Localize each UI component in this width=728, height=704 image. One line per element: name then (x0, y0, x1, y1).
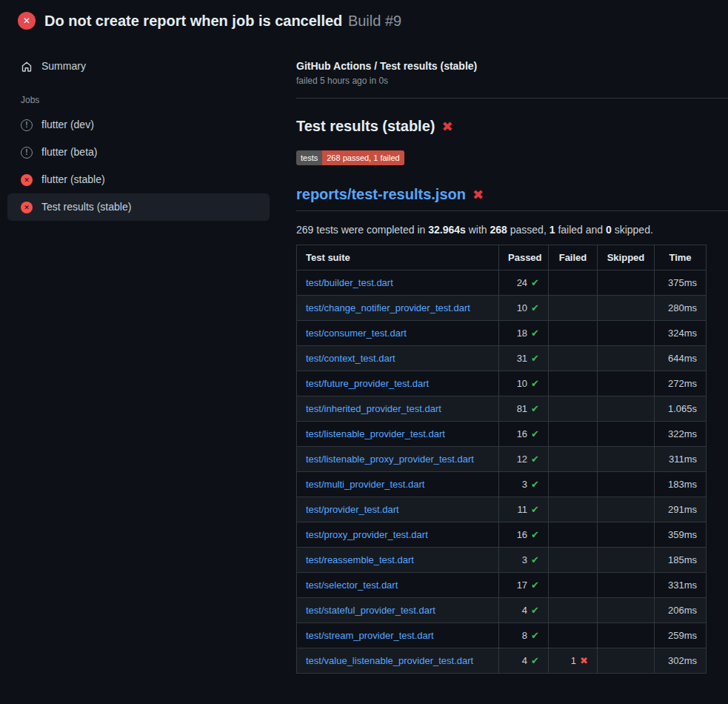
exclamation-circle-icon: ! (21, 119, 33, 131)
failed-cell (549, 371, 598, 396)
skipped-cell (598, 396, 655, 422)
table-row: test/future_provider_test.dart10✔272ms (297, 371, 707, 396)
table-row: test/stateful_provider_test.dart4✔206ms (297, 598, 707, 623)
sidebar-item-job-4[interactable]: ✕Test results (stable) (7, 193, 270, 221)
test-suite-link[interactable]: test/context_test.dart (306, 353, 395, 364)
passed-cell-count: 10 (517, 302, 527, 313)
summary-label: Summary (41, 60, 86, 73)
report-link[interactable]: reports/test-results.json (296, 186, 466, 203)
time-cell: 183ms (655, 472, 707, 497)
report-heading: reports/test-results.json ✖ (296, 186, 728, 211)
suite-cell: test/context_test.dart (297, 346, 499, 371)
check-icon: ✔ (531, 630, 539, 641)
breadcrumb: GitHub Actions / Test results (stable) (296, 60, 728, 72)
test-suite-link[interactable]: test/stream_provider_test.dart (306, 630, 434, 641)
passed-cell: 16✔ (499, 522, 549, 548)
time-cell: 272ms (655, 371, 707, 396)
tests-badge: tests 268 passed, 1 failed (296, 150, 404, 165)
passed-cell: 3✔ (499, 548, 549, 573)
check-icon: ✔ (531, 428, 539, 439)
passed-cell-count: 16 (517, 428, 527, 439)
sidebar-item-job-3[interactable]: ✕flutter (stable) (7, 166, 270, 193)
passed-cell-count: 8 (522, 630, 527, 641)
section-heading-text: Test results (stable) (296, 118, 435, 135)
test-suite-link[interactable]: test/future_provider_test.dart (306, 378, 429, 389)
column-header-time: Time (655, 245, 707, 270)
table-row: test/listenable_provider_test.dart16✔322… (297, 422, 707, 447)
passed-cell: 31✔ (499, 346, 549, 371)
suite-cell: test/listenable_proxy_provider_test.dart (297, 447, 499, 472)
passed-cell-count: 3 (522, 479, 527, 490)
summary-duration: 32.964s (428, 224, 466, 236)
passed-cell-count: 3 (522, 554, 527, 565)
check-icon: ✔ (531, 605, 539, 616)
failed-cell (549, 396, 598, 422)
check-icon: ✔ (531, 529, 539, 540)
failed-cell (549, 321, 598, 346)
passed-cell: 8✔ (499, 623, 549, 648)
summary-failed-count: 1 (550, 224, 555, 236)
test-suite-link[interactable]: test/inherited_provider_test.dart (306, 403, 441, 414)
table-row: test/listenable_proxy_provider_test.dart… (297, 447, 707, 472)
test-suite-link[interactable]: test/reassemble_test.dart (306, 554, 414, 565)
test-suite-link[interactable]: test/multi_provider_test.dart (306, 479, 424, 490)
check-icon: ✔ (531, 479, 539, 490)
x-circle-fill-icon: ✕ (18, 12, 36, 30)
passed-cell: 3✔ (499, 472, 549, 497)
check-icon: ✔ (531, 378, 539, 389)
skipped-cell (598, 422, 655, 447)
failed-cell (549, 598, 598, 623)
skipped-cell (598, 296, 655, 321)
skipped-cell (598, 497, 655, 522)
results-table-body: test/builder_test.dart24✔375mstest/chang… (297, 270, 707, 674)
test-suite-link[interactable]: test/change_notifier_provider_test.dart (306, 302, 470, 313)
jobs-list: !flutter (dev)!flutter (beta)✕flutter (s… (7, 111, 270, 221)
test-suite-link[interactable]: test/stateful_provider_test.dart (306, 605, 435, 616)
suite-cell: test/listenable_provider_test.dart (297, 422, 499, 447)
header-divider (296, 98, 728, 99)
failed-cross-icon: ✖ (441, 120, 453, 133)
sidebar-item-job-2[interactable]: !flutter (beta) (7, 139, 270, 166)
failed-cell (549, 548, 598, 573)
test-suite-link[interactable]: test/consumer_test.dart (306, 328, 407, 339)
suite-cell: test/proxy_provider_test.dart (297, 522, 499, 548)
table-row: test/reassemble_test.dart3✔185ms (297, 548, 707, 573)
failed-cell (549, 472, 598, 497)
passed-cell-count: 4 (522, 605, 527, 616)
check-icon: ✔ (531, 454, 539, 465)
failed-cell (549, 623, 598, 648)
test-suite-link[interactable]: test/value_listenable_provider_test.dart (306, 655, 473, 666)
test-suite-link[interactable]: test/selector_test.dart (306, 580, 398, 591)
sidebar-item-summary[interactable]: Summary (7, 53, 270, 80)
sidebar-item-job-1[interactable]: !flutter (dev) (7, 111, 270, 139)
passed-cell: 11✔ (499, 497, 549, 522)
time-cell: 280ms (655, 296, 707, 321)
skipped-cell (598, 447, 655, 472)
failed-cell (549, 497, 598, 522)
test-suite-link[interactable]: test/provider_test.dart (306, 504, 399, 515)
skipped-cell (598, 270, 655, 296)
passed-cell-count: 10 (517, 378, 527, 389)
check-title: Do not create report when job is cancell… (44, 13, 342, 29)
time-cell: 185ms (655, 548, 707, 573)
check-icon: ✔ (531, 554, 539, 565)
passed-cell: 16✔ (499, 422, 549, 447)
test-suite-link[interactable]: test/listenable_proxy_provider_test.dart (306, 454, 474, 465)
test-suite-link[interactable]: test/builder_test.dart (306, 277, 393, 288)
page-title: Do not create report when job is cancell… (44, 11, 401, 30)
summary-text-1: 269 tests were completed in (296, 224, 428, 236)
time-cell: 331ms (655, 573, 707, 598)
passed-cell: 18✔ (499, 321, 549, 346)
failed-cell: 1✖ (549, 648, 598, 674)
time-cell: 644ms (655, 346, 707, 371)
jobs-section-label: Jobs (7, 80, 270, 111)
skipped-cell (598, 548, 655, 573)
skipped-cell (598, 623, 655, 648)
summary-text-5: skipped. (612, 224, 653, 236)
skipped-cell (598, 522, 655, 548)
test-suite-link[interactable]: test/listenable_provider_test.dart (306, 428, 445, 439)
skipped-cell (598, 648, 655, 674)
table-row: test/proxy_provider_test.dart16✔359ms (297, 522, 707, 548)
passed-cell-count: 31 (517, 353, 527, 364)
test-suite-link[interactable]: test/proxy_provider_test.dart (306, 529, 428, 540)
